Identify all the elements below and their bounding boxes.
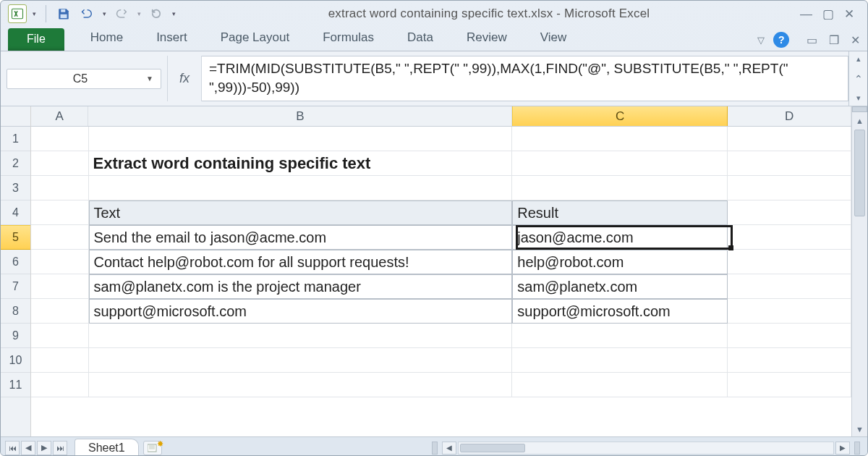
qat-customize-dropdown-icon[interactable]: ▾	[169, 10, 178, 17]
v-split-handle[interactable]	[852, 106, 867, 112]
cell[interactable]	[31, 127, 89, 151]
maximize-icon[interactable]: ▢	[822, 8, 834, 20]
cell-header-result[interactable]: Result	[512, 200, 728, 225]
cell[interactable]	[512, 373, 728, 397]
formula-bar-collapse-icon[interactable]: ⌃	[854, 73, 863, 85]
row-header-1[interactable]: 1	[1, 127, 30, 151]
cell[interactable]: Contact help@robot.com for all support r…	[89, 250, 513, 274]
cell[interactable]	[512, 151, 728, 176]
ribbon-minimize-icon[interactable]: ▽	[757, 35, 765, 46]
col-header-b[interactable]: B	[88, 106, 512, 126]
cell[interactable]	[31, 200, 89, 225]
row-header-11[interactable]: 11	[1, 373, 30, 397]
tab-home[interactable]: Home	[82, 26, 132, 51]
cell[interactable]: jason@acme.com	[512, 225, 728, 250]
cell[interactable]	[728, 299, 851, 324]
cell[interactable]	[728, 348, 851, 373]
cell[interactable]: Send the email to jason@acme.com	[89, 225, 513, 250]
close-icon[interactable]: ✕	[844, 8, 854, 20]
cell[interactable]: support@microsoft.com	[89, 299, 513, 324]
wb-close-icon[interactable]: ✕	[851, 34, 860, 46]
cell[interactable]	[31, 324, 89, 348]
sheet-nav-next-icon[interactable]: ▶	[37, 441, 51, 455]
cell[interactable]	[512, 176, 728, 200]
excel-app-icon[interactable]	[8, 4, 27, 23]
tab-view[interactable]: View	[532, 26, 576, 51]
cell[interactable]: help@robot.com	[512, 250, 728, 274]
minimize-icon[interactable]: —	[800, 8, 812, 20]
horizontal-scrollbar[interactable]: ◀ ▶	[429, 442, 863, 455]
cell-grid[interactable]: Extract word containing specific text Te…	[31, 127, 851, 397]
name-box-dropdown-icon[interactable]: ▼	[146, 75, 153, 83]
scroll-left-icon[interactable]: ◀	[442, 442, 456, 455]
col-header-c[interactable]: C	[512, 106, 728, 126]
cell[interactable]	[31, 299, 89, 324]
name-box[interactable]: C5 ▼	[7, 69, 161, 89]
cell[interactable]	[512, 348, 728, 373]
cell[interactable]	[31, 373, 89, 397]
cell[interactable]: sam@planetx.com is the project manager	[89, 274, 513, 299]
row-header-9[interactable]: 9	[1, 324, 30, 348]
cell[interactable]	[31, 348, 89, 373]
cell[interactable]: sam@planetx.com	[512, 274, 728, 299]
cell-header-text[interactable]: Text	[89, 200, 513, 225]
wb-minimize-icon[interactable]: ▭	[807, 34, 817, 46]
formula-bar-scroll-up-icon[interactable]: ▴	[856, 54, 861, 64]
cell[interactable]	[89, 176, 513, 200]
sheet-nav-first-icon[interactable]: ⏮	[5, 441, 20, 455]
vertical-scrollbar[interactable]: ▲ ▼	[851, 106, 867, 436]
row-header-6[interactable]: 6	[1, 250, 30, 274]
cell[interactable]	[728, 373, 851, 397]
wb-restore-icon[interactable]: ❐	[829, 34, 839, 46]
cell[interactable]	[728, 225, 851, 250]
row-header-7[interactable]: 7	[1, 274, 30, 299]
app-menu-dropdown-icon[interactable]: ▾	[30, 10, 38, 17]
row-header-10[interactable]: 10	[1, 348, 30, 373]
undo-dropdown-icon[interactable]: ▾	[100, 10, 109, 17]
sheet-nav-last-icon[interactable]: ⏭	[53, 441, 67, 455]
new-sheet-button[interactable]: ✸	[143, 441, 162, 455]
tab-insert[interactable]: Insert	[148, 26, 196, 51]
row-header-2[interactable]: 2	[1, 151, 30, 176]
h-split-handle-left[interactable]	[432, 442, 438, 455]
formula-bar-scroll-down-icon[interactable]: ▾	[856, 93, 861, 103]
help-button[interactable]: ?	[773, 32, 789, 48]
sheet-nav-prev-icon[interactable]: ◀	[21, 441, 35, 455]
h-scroll-thumb[interactable]	[460, 444, 525, 452]
row-header-4[interactable]: 4	[1, 200, 30, 225]
row-header-8[interactable]: 8	[1, 299, 30, 324]
cell[interactable]	[31, 250, 89, 274]
cell[interactable]	[512, 324, 728, 348]
tab-review[interactable]: Review	[458, 26, 516, 51]
row-header-3[interactable]: 3	[1, 176, 30, 200]
redo-button[interactable]	[111, 5, 132, 22]
cell[interactable]	[728, 176, 851, 200]
cell[interactable]	[728, 324, 851, 348]
h-scroll-track[interactable]	[458, 442, 834, 455]
cell[interactable]	[728, 127, 851, 151]
col-header-d[interactable]: D	[728, 106, 851, 126]
formula-input[interactable]: =TRIM(MID(SUBSTITUTE(B5," ",REPT(" ",99)…	[202, 56, 848, 101]
cell[interactable]: support@microsoft.com	[512, 299, 728, 324]
cell-title[interactable]: Extract word containing specific text	[89, 151, 513, 176]
select-all-corner[interactable]	[1, 106, 30, 127]
tab-page-layout[interactable]: Page Layout	[212, 26, 298, 51]
scroll-up-icon[interactable]: ▲	[852, 114, 867, 128]
scroll-right-icon[interactable]: ▶	[835, 442, 850, 455]
cell[interactable]	[31, 274, 89, 299]
v-scroll-track[interactable]	[852, 128, 867, 422]
cell[interactable]	[31, 176, 89, 200]
v-scroll-thumb[interactable]	[854, 130, 865, 216]
cell[interactable]	[89, 324, 513, 348]
cell[interactable]	[89, 373, 513, 397]
cell[interactable]	[728, 200, 851, 225]
sheet-tab-active[interactable]: Sheet1	[75, 439, 139, 456]
cell[interactable]	[728, 274, 851, 299]
repeat-button[interactable]	[146, 5, 166, 22]
scroll-down-icon[interactable]: ▼	[852, 422, 867, 436]
insert-function-button[interactable]: fx	[167, 56, 202, 101]
cell[interactable]	[31, 225, 89, 250]
cell[interactable]	[512, 127, 728, 151]
save-button[interactable]	[54, 5, 74, 22]
cell[interactable]	[89, 348, 513, 373]
